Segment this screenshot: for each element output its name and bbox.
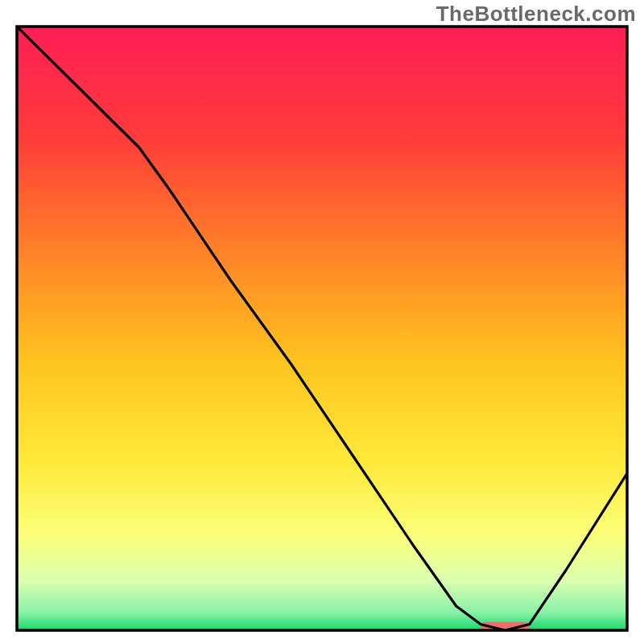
chart-stage: TheBottleneck.com: [0, 0, 644, 644]
chart-svg: [0, 0, 644, 644]
watermark-text: TheBottleneck.com: [436, 2, 636, 27]
